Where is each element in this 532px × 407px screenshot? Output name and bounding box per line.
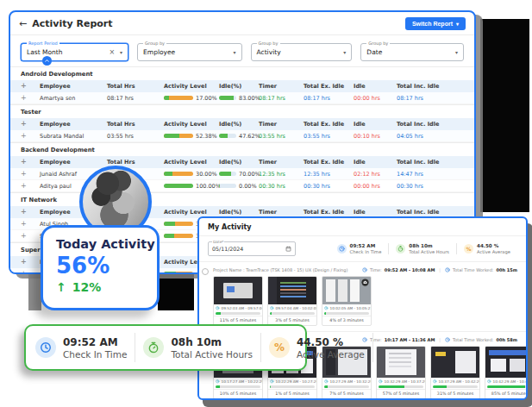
filter-label: Report Period [27,41,59,47]
table-row[interactable]: +Junaid Ashraf12:35 hrs30.00%70.00%12:35… [10,168,474,180]
group-times: Time:10:17 AM - 11:36 AM|Total Time Work… [362,337,517,342]
my-activity-panel: My Activity Date* 05/11/2024 09:52 AMChe… [197,216,528,400]
table-row[interactable]: +Subrata Mandal03:55 hrs52.38%47.62%03:5… [10,130,474,142]
screenshot-thumbnail[interactable]: 09:57:04 AM - 10:02:05 AM3% of 5 minutes [267,276,317,326]
filter-value: Date [366,48,382,56]
clock-icon [362,267,367,272]
date-input[interactable]: Date* 05/11/2024 [208,241,296,256]
column-header: Total Hrs [107,83,164,90]
total-ex-idle-value: 12:35 hrs [304,171,354,178]
activity-progress-bar [324,312,369,315]
column-header: Activity Level [164,83,219,90]
mini-stat-value: 08h 10m [409,243,449,248]
expand-row-icon[interactable]: + [17,171,40,178]
expand-row-icon[interactable]: + [17,271,40,275]
expand-row-icon[interactable]: + [17,183,40,190]
screenshot-timestamp: 09:52:03 AM - 09:57:04 AM [214,304,262,311]
screenshot-image[interactable] [214,277,262,304]
column-header: Timer [259,159,304,166]
timestamp-range: 10:22:29 AM - 10:27:29 AM [276,379,318,384]
column-header: Activity Level [164,159,219,166]
column-header: Total Inc. Idle [397,121,474,128]
chevron-down-icon[interactable]: ▾ [120,49,122,55]
timer-value: 12:35 hrs [259,171,304,178]
mini-text: 09:52 AMCheck In Time [350,243,382,254]
activity-progress-bar [487,385,528,388]
column-header: Total Inc. Idle [397,159,474,166]
expand-row-icon[interactable]: + [17,95,40,102]
screenshot-thumbnail[interactable]: 10:32:29 AM - 10:37:29 AM57% of 5 minute… [376,346,426,399]
screenshot-thumbnail[interactable]: 10:37:29 AM - 10:42:29 AM31% of 5 minute… [430,346,480,399]
filter-group-by-1[interactable]: Group byEmployee▾ [137,43,241,61]
screenshot-thumbnail[interactable]: 10:02:05 AM - 10:05:27 AM4% of 3 minutes [322,276,372,326]
total-inc-idle-value: 00:30 hrs [397,183,474,190]
table-row[interactable]: +Aditya paul00:30 hrs100.00%0.00%00:30 h… [10,180,474,192]
activity-progress-bar [216,385,260,388]
screenshot-thumbnail[interactable]: 10:42:29 AM - 10:47:29 AM85% of 5 minute… [485,346,528,399]
column-header: Idle(%) [219,121,259,128]
percent-icon: % [464,244,473,254]
report-section: Backend Development+EmployeeTotal HrsAct… [10,142,474,192]
timer-value: 00:30 hrs [259,183,304,190]
clock-icon [445,337,450,342]
expand-row-icon[interactable]: + [17,133,40,140]
screenshot-timestamp: 10:22:29 AM - 10:27:29 AM [268,378,316,385]
clock-icon [487,379,491,384]
expand-row-icon[interactable]: + [17,233,40,240]
timestamp-range: 09:57:04 AM - 10:02:05 AM [276,306,318,310]
idle-pct-cell: 83.00% [219,95,259,102]
idle-pct-cell: 70.00% [219,171,259,178]
activity-progress-bar [433,385,478,388]
percent-icon: % [269,337,290,358]
table-header-row: +EmployeeTotal HrsActivity LevelIdle(%)T… [10,156,474,168]
my-activity-stats: 09:52 AMCheck In Time08h 10mTotal Active… [330,243,517,254]
screenshot-timestamp: 10:02:05 AM - 10:05:27 AM [322,304,371,311]
employee-name: Amartya sen [40,95,107,102]
screenshot-thumbnail[interactable]: 09:52:03 AM - 09:57:04 AM11% of 5 minute… [213,276,263,326]
column-header: Employee [40,159,107,166]
column-header: Idle [354,209,397,216]
filter-group-by-3[interactable]: Group byDate▾ [360,43,464,61]
screenshot-image[interactable] [377,347,425,378]
idle-value: 00:00 hrs [354,95,397,102]
table-header-row: +EmployeeTotal HrsActivity LevelIdle(%)T… [10,118,474,130]
expand-row-icon[interactable]: + [17,221,40,228]
screenshot-image[interactable] [268,277,316,304]
idle-bar [219,172,236,176]
total-ex-idle-value: 00:30 hrs [304,183,354,190]
chevron-down-icon[interactable]: ▾ [455,49,458,55]
filter-report-period[interactable]: Report PeriodLast Month×▾ [21,43,128,61]
column-header: Idle [354,121,397,128]
idle-value: 00:10 hrs [354,133,397,140]
stat-item-0: 09:52 AMCheck In Time [28,333,135,362]
mini-stat-value: 44.50 % [477,243,510,248]
chevron-down-icon[interactable]: ▾ [234,49,236,55]
filter-badge[interactable] [42,56,52,66]
screenshot-timestamp: 09:57:04 AM - 10:02:05 AM [268,304,316,311]
chevron-down-icon[interactable]: ▾ [343,49,346,55]
filter-group-by-2[interactable]: Group byActivity▾ [251,43,353,61]
stat-item-1: 08h 10mTotal Active Hours [135,333,260,362]
worked-value: 00h 58m [497,337,517,342]
activity-pct: 52.38% [196,133,217,140]
screenshot-image[interactable] [431,347,479,378]
idle-pct-cell: 47.62% [219,133,259,140]
idle-pct: 70.00% [239,171,260,178]
arrow-up-icon: ↑ [56,280,66,294]
calendar-icon[interactable] [285,246,291,252]
screenshot-row: 09:52:03 AM - 09:57:04 AM11% of 5 minute… [213,276,517,326]
activity-bar [164,172,193,176]
back-arrow-icon[interactable]: ← [19,18,27,29]
table-row[interactable]: +Amartya sen08:17 hrs17.00%83.00%08:17 h… [10,92,474,104]
timestamp-range: 10:02:05 AM - 10:05:27 AM [330,306,372,310]
separator: | [439,267,441,272]
screenshot-image[interactable] [485,347,528,378]
idle-pct-cell: 0.00% [219,183,259,190]
clear-icon[interactable]: × [109,49,115,56]
screenshot-image[interactable] [322,277,371,304]
screenshot-caption: 1% of 5 minutes [268,389,316,399]
camera-icon[interactable] [361,279,369,286]
section-title: Android Development [10,66,474,80]
switch-report-button[interactable]: Switch Report ▾ [405,17,466,30]
stat-text: 44.50 %Active Average [297,336,365,360]
